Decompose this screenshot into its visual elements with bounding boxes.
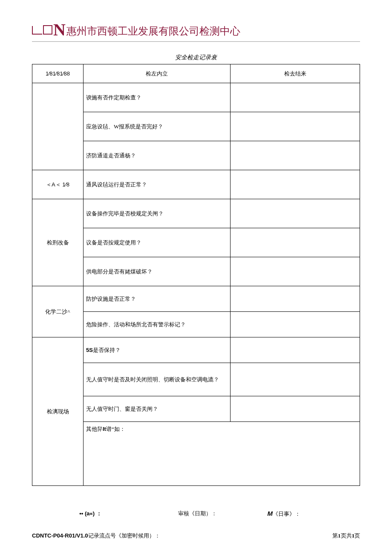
footer-right: 第1页共1页 [332,532,360,540]
page-container: N 惠州市西顿工业发展有限公司检测中心 安全检走记录衰 1⁄81⁄81⁄88 检… [0,0,392,518]
result-cell [231,363,360,396]
page-prefix: 第 [332,532,338,539]
result-cell [231,228,360,257]
category-cell: ＜A＜ 1⁄8 [32,170,84,199]
item-cell: 危险操作、活动和场所北否有警示标记？ [84,312,231,337]
logo: N [32,21,66,38]
table-row: 谀施有否作定期检查？ [32,83,360,112]
category-cell: 检漓现场 [32,337,84,486]
item-cell: 济防通道走否通杨？ [84,141,231,170]
signature-3: M《日事》： [251,510,356,518]
result-cell [231,170,360,199]
doc-code-rest: 记录流点号《加密时候用）： [88,532,160,539]
doc-code: CDNTC-P04-R01/V1.0 [32,532,88,539]
header-content: 检左内立 [84,64,231,83]
item-cell: 谀施有否作定期检查？ [84,83,231,112]
logo-letter: N [53,21,66,38]
item-cell: 供电部分是否有姥煤破坏？ [84,257,231,286]
item-cell: 应急设毡、W报系统是否完好？ [84,112,231,141]
footer-left: CDNTC-P04-R01/V1.0记录流点号《加密时候用）： [32,532,160,540]
signature-3-rest: 《日事》： [273,511,300,517]
item-cell: 无人值守时门、窗是否关闸？ [84,396,231,422]
table-row: 检刑改备 设备操作完毕是否校规定关闸？ [32,199,360,228]
header: N 惠州市西顿工业发展有限公司检测中心 [32,21,360,42]
item-cell: 通风设毡运行是否正常？ [84,170,231,199]
result-cell [231,337,360,363]
result-cell [231,396,360,422]
result-cell [231,286,360,312]
result-cell [231,312,360,337]
item-cell: 防护设施是否正常？ [84,286,231,312]
document-title: 安全检走记录衰 [32,54,360,61]
header-result: 检去结来 [231,64,360,83]
signature-3-prefix: M [268,510,273,517]
category-cell: 检刑改备 [32,199,84,286]
result-cell [231,257,360,286]
item-cell: 议备是否按规定使用？ [84,228,231,257]
item-cell: 其他舁It谱“如： [84,422,360,486]
signature-1: •• (a«) ： [36,510,145,518]
header-category: 1⁄81⁄81⁄88 [32,64,84,83]
result-cell [231,199,360,228]
item-cell: 无人值守时是否及时关闭照明、切断设备和空调电漉？ [84,363,231,396]
item-text: 是否保持？ [93,347,121,353]
table-row: 化学二沙^ 防护设施是否正常？ [32,286,360,312]
page-mid: 页共 [341,532,352,539]
item-cell: 5S是否保持？ [84,337,231,363]
logo-shape-2 [43,25,52,35]
company-name: 惠州市西顿工业发展有限公司检测中心 [66,24,240,38]
signature-row: •• (a«) ： 审核《日期）： M《日事》： [32,510,360,518]
table-row: 检漓现场 5S是否保持？ [32,337,360,363]
inspection-table: 1⁄81⁄81⁄88 检左内立 检去结来 谀施有否作定期检查？ 应急设毡、W报系… [32,64,360,486]
result-cell [231,83,360,112]
table-row: ＜A＜ 1⁄8 通风设毡运行是否正常？ [32,170,360,199]
footer: CDNTC-P04-R01/V1.0记录流点号《加密时候用）： 第1页共1页 [32,532,360,540]
table-header-row: 1⁄81⁄81⁄88 检左内立 检去结来 [32,64,360,83]
result-cell [231,112,360,141]
category-cell: 化学二沙^ [32,286,84,337]
logo-shape-1 [32,26,42,35]
item-cell: 设备操作完毕是否校规定关闸？ [84,199,231,228]
result-cell [231,141,360,170]
category-cell [32,83,84,170]
page-suffix: 页 [355,532,360,539]
signature-2: 审核《日期）： [145,510,251,518]
